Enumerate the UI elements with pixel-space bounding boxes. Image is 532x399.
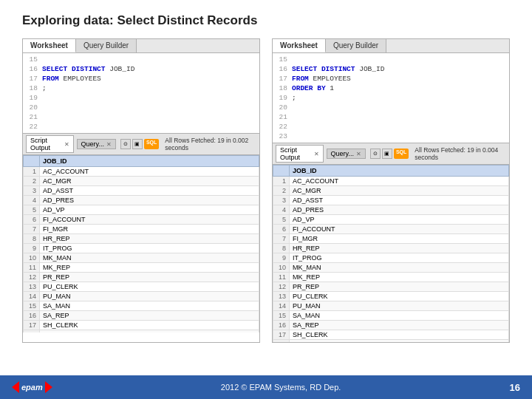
left-tab-query-builder[interactable]: Query Builder <box>76 39 137 52</box>
row-num: 8 <box>24 234 40 244</box>
row-num: 7 <box>24 225 40 234</box>
code-line: 19; <box>277 93 505 103</box>
sql-badge: SQL <box>394 149 409 159</box>
table-row: 17SH_CLERK <box>24 321 259 330</box>
row-num: 4 <box>273 205 290 215</box>
row-num: 6 <box>24 215 40 225</box>
icon-btn-1[interactable]: ⊙ <box>120 139 131 149</box>
row-value: AC_ACCOUNT <box>290 177 509 186</box>
table-row: 4AD_PRES <box>24 196 259 205</box>
table-row: 1AC_ACCOUNT <box>273 177 509 186</box>
right-script-output-tab[interactable]: Script Output ✕ <box>276 145 324 163</box>
row-value: ST_CLERK <box>40 330 259 333</box>
row-num: 2 <box>273 186 290 196</box>
close-icon[interactable]: ✕ <box>106 141 112 148</box>
row-value: HR_REP <box>40 234 259 244</box>
table-row: 16SA_REP <box>273 321 509 330</box>
row-value: ST_CLERK <box>290 340 509 343</box>
row-num: 14 <box>273 301 290 311</box>
code-line: 18; <box>27 83 255 93</box>
close-icon[interactable]: ✕ <box>314 151 319 157</box>
left-result-scroll[interactable]: JOB_ID 1AC_ACCOUNT2AC_MGR3AD_ASST4AD_PRE… <box>23 155 259 332</box>
row-value: MK_MAN <box>290 263 509 273</box>
table-row: 17SH_CLERK <box>273 330 509 340</box>
row-num: 3 <box>273 196 290 205</box>
row-num: 3 <box>24 186 40 196</box>
table-row: 11MK_REP <box>273 273 509 282</box>
right-result-scroll[interactable]: JOB_ID 1AC_ACCOUNT2AC_MGR3AD_ASST4AD_PRE… <box>273 165 509 342</box>
right-tab-worksheet[interactable]: Worksheet <box>273 39 326 52</box>
table-row: 9IT_PROG <box>273 253 509 263</box>
right-tab-query-builder[interactable]: Query Builder <box>326 39 386 52</box>
table-row: 12PR_REP <box>273 282 509 292</box>
left-panel: Worksheet Query Builder 15 16SELECT DIST… <box>22 38 260 343</box>
table-row: 9IT_PROG <box>24 244 259 253</box>
row-num: 9 <box>24 244 40 253</box>
footer: epam 2012 © EPAM Systems, RD Dep. 16 <box>0 375 532 399</box>
row-num: 17 <box>273 330 290 340</box>
table-row: 15SA_MAN <box>273 311 509 321</box>
row-num: 17 <box>24 321 40 330</box>
row-num: 1 <box>273 177 290 186</box>
table-row: 12PR_REP <box>24 273 259 282</box>
row-num: 2 <box>24 177 40 186</box>
row-num: 1 <box>24 167 40 177</box>
row-num: 9 <box>273 253 290 263</box>
script-output-label: Script Output <box>280 146 312 161</box>
code-line: 18ORDER BY 1 <box>277 83 505 93</box>
right-query-tab[interactable]: Query... ✕ <box>327 149 366 159</box>
close-icon[interactable]: ✕ <box>356 151 361 157</box>
icon-btn-2[interactable]: ▣ <box>382 149 392 159</box>
table-row: 10MK_MAN <box>24 253 259 263</box>
row-value: AD_VP <box>40 205 259 215</box>
left-tab-worksheet[interactable]: Worksheet <box>23 39 76 52</box>
left-fetch-info: All Rows Fetched: 19 in 0.002 seconds <box>165 137 256 151</box>
row-value: AC_MGR <box>290 186 509 196</box>
table-row: 2AC_MGR <box>273 186 509 196</box>
table-row: 7FI_MGR <box>273 234 509 244</box>
row-value: SA_MAN <box>290 311 509 321</box>
row-num: 5 <box>24 205 40 215</box>
table-row: 8HR_REP <box>24 234 259 244</box>
table-row: 7FI_MGR <box>24 225 259 234</box>
row-value: SH_CLERK <box>290 330 509 340</box>
code-line: 21 <box>277 112 505 122</box>
right-output-bar: Script Output ✕ Query... ✕ ⊙ ▣ SQL All R… <box>273 143 509 165</box>
row-num: 15 <box>24 301 40 311</box>
code-line: 17FROM EMPLOYEES <box>277 74 505 83</box>
row-value: SA_REP <box>40 311 259 321</box>
table-row: 3AD_ASST <box>24 186 259 196</box>
row-num: 4 <box>24 196 40 205</box>
row-value: FI_MGR <box>290 234 509 244</box>
main-content: Exploring data: Select Distinct Records … <box>0 0 532 375</box>
close-icon[interactable]: ✕ <box>64 141 69 148</box>
row-num: 6 <box>273 225 290 234</box>
icon-btn-1[interactable]: ⊙ <box>370 149 381 159</box>
row-value: FI_ACCOUNT <box>290 225 509 234</box>
table-row: 13PU_CLERK <box>273 292 509 301</box>
row-num: 16 <box>24 311 40 321</box>
code-line: 17FROM EMPLOYEES <box>27 74 255 83</box>
row-value: PR_REP <box>40 273 259 282</box>
left-query-tab[interactable]: Query... ✕ <box>77 139 116 149</box>
table-row: 6FI_ACCOUNT <box>24 215 259 225</box>
left-script-output-tab[interactable]: Script Output ✕ <box>26 135 74 153</box>
table-row: 8HR_REP <box>273 244 509 253</box>
query-label: Query... <box>331 150 354 157</box>
row-value: MK_REP <box>40 263 259 273</box>
icon-btn-2[interactable]: ▣ <box>132 139 143 149</box>
epam-logo: epam <box>12 381 52 393</box>
table-row: 6FI_ACCOUNT <box>273 225 509 234</box>
row-value: FI_MGR <box>40 225 259 234</box>
row-value: AC_ACCOUNT <box>40 167 259 177</box>
left-code-area: 15 16SELECT DISTINCT JOB_ID 17FROM EMPLO… <box>23 53 259 134</box>
row-num: 15 <box>273 311 290 321</box>
row-num: 10 <box>24 253 40 263</box>
row-value: PU_CLERK <box>290 292 509 301</box>
left-panel-tabs: Worksheet Query Builder <box>23 39 259 53</box>
code-line: 22 <box>277 122 505 132</box>
table-row: 10MK_MAN <box>273 263 509 273</box>
table-row: 14PU_MAN <box>273 301 509 311</box>
row-num: 18 <box>24 330 40 333</box>
code-line: 23 <box>277 132 505 141</box>
